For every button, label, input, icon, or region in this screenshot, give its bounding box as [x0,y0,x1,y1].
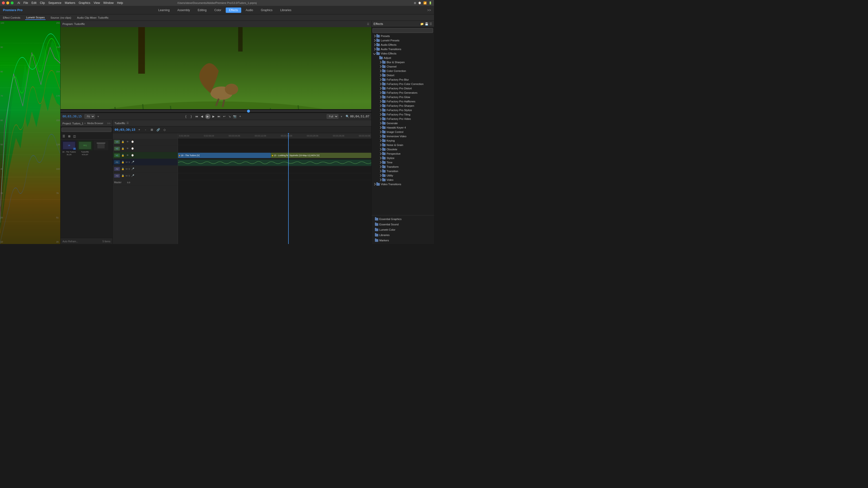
effects-new-folder-btn[interactable]: 📁 [420,22,424,26]
menu-help[interactable]: Help [117,1,123,5]
v2-lock[interactable]: 🔒 [121,147,125,151]
effects-item-perspective[interactable]: Perspective [372,152,434,156]
effects-item-hawaiki[interactable]: Hawaiki Keyer 4 [372,125,434,130]
mark-in-button[interactable]: { [184,114,188,119]
essential-graphics-item[interactable]: Essential Graphics [373,217,432,221]
menu-edit[interactable]: Edit [31,1,37,5]
v2-eye[interactable]: 👁 [126,147,130,151]
add-track-button[interactable]: + [137,127,142,132]
minimize-button[interactable] [6,1,9,4]
menu-clip[interactable]: Clip [40,1,45,5]
tab-learning[interactable]: Learning [155,7,173,13]
tab-lumetri-scopes[interactable]: Lumetri Scopes [25,15,45,20]
effects-item-audio-transitions[interactable]: Audio Transitions [372,47,434,51]
settings-button[interactable]: + [238,114,242,119]
effects-item-presets[interactable]: Presets [372,34,434,38]
go-to-out-button[interactable]: ⏭ [217,114,221,119]
mark-out-button[interactable]: } [189,114,193,119]
effects-item-lumetri-presets[interactable]: Lumetri Presets [372,38,434,42]
effects-item-generate[interactable]: Generate [372,121,434,125]
lumetri-color-item[interactable]: Lumetri Color [373,228,432,232]
effects-item-video-effects[interactable]: Video Effects [372,51,434,56]
effects-item-fxfactory-halftones[interactable]: FxFactory Pro Halftones [372,99,434,104]
snapping-button[interactable]: ⊞ [149,127,154,132]
go-to-in-button[interactable]: ⏮ [194,114,199,119]
project-freeform-view[interactable]: ◫ [72,134,77,139]
a3-mic[interactable]: 🎤 [131,174,135,178]
zoom-icon[interactable]: 🔍 [346,115,349,118]
monitor-menu-icon[interactable]: ☰ [367,23,369,26]
effects-item-video-transitions[interactable]: Video Transitions [372,182,434,186]
effects-item-blur-sharpen[interactable]: Blur & Sharpen [372,60,434,64]
essential-sound-item[interactable]: Essential Sound [373,222,432,227]
v3-eye[interactable]: 👁 [126,140,130,144]
tab-audio-clip-mixer[interactable]: Audio Clip Mixer: Tudoriffic [76,16,110,20]
a1-lock[interactable]: 🔒 [121,160,125,164]
effects-item-stylize[interactable]: Stylize [372,156,434,160]
effects-item-time[interactable]: Time [372,160,434,165]
linked-button[interactable]: 🔗 [156,127,161,132]
tab-libraries[interactable]: Libraries [277,7,295,13]
effects-save-btn[interactable]: 💾 [425,22,428,26]
effects-item-utility[interactable]: Utility [372,173,434,178]
menu-graphics[interactable]: Graphics [79,1,90,5]
v3-sync[interactable]: ⌚ [130,140,134,144]
quality-chevron[interactable]: ▼ [340,115,343,118]
effects-item-fxfactory-blur[interactable]: FxFactory Pro Blur [372,77,434,82]
project-icon-view[interactable]: ⊞ [67,134,72,139]
project-item-tudors[interactable]: 18 AI 18 - The Tudors 31;25 [62,141,76,156]
project-expand-icon[interactable]: >> [107,122,111,125]
effects-item-fxfactory-sharpen[interactable]: FxFactory Pro Sharpen [372,104,434,108]
maximize-button[interactable] [11,1,13,4]
effects-item-fxfactory-glow[interactable]: FxFactory Pro Glow [372,95,434,99]
markers-button[interactable]: ◇ [162,127,167,132]
a1-mic[interactable]: 🎤 [131,160,135,164]
effects-item-image-control[interactable]: Image Control [372,130,434,134]
effects-item-fxfactory-tiling[interactable]: FxFactory Pro Tiling [372,112,434,117]
a2-mic[interactable]: 🎤 [131,167,135,171]
more-tabs-button[interactable]: >> [427,8,431,12]
effects-search-input[interactable] [372,28,433,33]
tab-graphics[interactable]: Graphics [257,7,276,13]
effects-item-fxfactory-generators[interactable]: FxFactory Pro Generators [372,91,434,95]
audio-clip-a1[interactable] [178,160,371,166]
effects-item-transition[interactable]: Transition [372,169,434,173]
effects-item-keying[interactable]: Keying [372,138,434,143]
effects-item-video[interactable]: Video [372,178,434,182]
libraries-item[interactable]: Libraries [373,233,432,237]
effects-item-fxfactory-distort[interactable]: FxFactory Pro Distort [372,86,434,91]
project-item-bin[interactable] [93,141,108,156]
tab-assembly[interactable]: Assembly [174,7,193,13]
timeline-menu-icon[interactable]: ☰ [126,122,129,125]
tab-effect-controls[interactable]: Effect Controls [2,16,21,20]
overwrite-button[interactable]: ↘ [227,114,232,119]
menu-sequence[interactable]: Sequence [48,1,61,5]
effects-item-noise-grain[interactable]: Noise & Grain [372,143,434,147]
a3-lock[interactable]: 🔒 [121,174,125,178]
close-button[interactable] [2,1,5,4]
export-frame-button[interactable]: 📷 [233,114,237,119]
a2-lock[interactable]: 🔒 [121,167,125,171]
v1-lock[interactable]: 🔒 [121,154,125,157]
project-list-view[interactable]: ☰ [62,134,66,139]
play-button[interactable]: ▶ [205,114,211,119]
menu-view[interactable]: View [94,1,100,5]
effects-item-fxfactory-color[interactable]: FxFactory Pro Color Correction [372,82,434,86]
effects-item-channel[interactable]: Channel [372,64,434,69]
insert-button[interactable]: ↩ [222,114,226,119]
step-back-button[interactable]: ◀ [200,114,204,119]
effects-item-distort[interactable]: Distort [372,73,434,77]
v2-sync[interactable]: ⌚ [130,147,134,151]
effects-item-color-correction[interactable]: Color Correction [372,69,434,73]
effects-item-fxfactory-video[interactable]: FxFactory Pro Video [372,117,434,121]
menu-file[interactable]: File [24,1,28,5]
menu-window[interactable]: Window [103,1,114,5]
monitor-fit-select[interactable]: Fit [85,114,95,119]
effects-item-obsolete[interactable]: Obsolete [372,147,434,152]
effects-item-transform[interactable]: Transform [372,165,434,169]
effects-item-audio-effects[interactable]: Audio Effects [372,42,434,47]
tab-editing[interactable]: Editing [194,7,210,13]
v3-lock[interactable]: 🔒 [121,140,125,144]
effects-item-immersive[interactable]: Immersive Video [372,134,434,138]
tab-effects[interactable]: Effects [226,7,241,13]
